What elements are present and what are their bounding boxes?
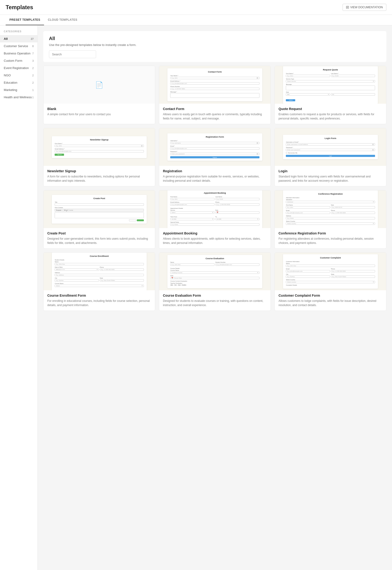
content-title: All: [49, 36, 381, 41]
sidebar-item-business-operation-label: Business Operation: [4, 52, 30, 55]
template-info-login: Login Standard login form for returning …: [275, 166, 386, 186]
sidebar-item-custom-form-label: Custom Form: [4, 59, 22, 62]
template-desc-blank: A simple contact form for your users to …: [47, 112, 151, 117]
template-card-quote-request[interactable]: Request Quote First Name * E.g. John Las…: [275, 66, 386, 124]
template-card-login[interactable]: Login Form Username or Email * Enter use…: [275, 128, 386, 186]
template-info-course-enrollment: Course Enrollment Form For enrolling in …: [43, 290, 155, 311]
sidebar-item-education-count: 2: [32, 81, 34, 84]
sidebar-item-all[interactable]: All 27: [0, 35, 37, 43]
template-desc-registration: A general-purpose registration form suit…: [163, 174, 267, 183]
template-desc-login: Standard login form for returning users …: [279, 174, 382, 183]
template-preview-course-enrollment: Course Enrollment Student Details Name E…: [43, 253, 155, 290]
sidebar-item-marketing-label: Marketing: [4, 88, 17, 92]
template-info-conference-registration: Conference Registration Form For registe…: [275, 228, 386, 248]
page-title: Templates: [6, 4, 33, 11]
template-desc-contact-form: Allows users to easily get in touch with…: [163, 112, 267, 121]
search-input[interactable]: [49, 50, 96, 58]
template-desc-conference-registration: For registering attendees at conferences…: [279, 236, 382, 245]
sidebar-item-ngo[interactable]: NGO 2: [0, 72, 37, 79]
sidebar-item-education-label: Education: [4, 81, 17, 84]
sidebar-item-health-wellness[interactable]: Health and Wellness 1: [0, 94, 37, 101]
template-desc-newsletter: A form for users to subscribe to newslet…: [47, 174, 151, 183]
view-doc-label: VIEW DOCUMENTATION: [350, 6, 383, 9]
doc-icon: [346, 6, 349, 9]
template-desc-quote-request: Enables customers to request a quote for…: [279, 112, 382, 121]
template-info-newsletter: Newsletter Signup A form for users to su…: [43, 166, 155, 186]
sidebar-item-marketing[interactable]: Marketing 1: [0, 86, 37, 94]
template-name-course-enrollment: Course Enrollment Form: [47, 293, 151, 297]
template-preview-conference-registration: Conference Registration Attendant Inform…: [275, 190, 386, 228]
template-preview-customer-complaint: Customer Complaint Customer Information …: [275, 253, 386, 290]
sidebar-item-event-registration-label: Event Registration: [4, 66, 29, 70]
tab-preset-templates[interactable]: PRESET TEMPLATES: [6, 15, 44, 25]
template-card-customer-complaint[interactable]: Customer Complaint Customer Information …: [275, 252, 386, 311]
template-card-contact-form[interactable]: Contact Form Your Name * E.g. John▤ Emai…: [159, 66, 271, 124]
template-preview-appointment-booking: Appointment Booking First Name E.g. John…: [159, 190, 270, 228]
template-desc-create-post: Designed for user-generated content, thi…: [47, 236, 151, 245]
template-info-course-evaluation: Course Evaluation Form Designed for stud…: [159, 290, 270, 311]
sidebar-item-event-registration-count: 2: [32, 67, 34, 70]
sidebar-item-all-count: 27: [31, 37, 34, 40]
template-preview-login: Login Form Username or Email * Enter use…: [275, 128, 386, 166]
template-preview-course-evaluation: Course Evaluation Name E.g. John Doe Stu…: [159, 253, 270, 290]
main-layout: CATEGORIES All 27 Customer Service 8 Bus…: [0, 26, 392, 570]
sidebar: CATEGORIES All 27 Customer Service 8 Bus…: [0, 26, 38, 570]
template-info-quote-request: Quote Request Enables customers to reque…: [275, 104, 386, 124]
sidebar-item-custom-form[interactable]: Custom Form 3: [0, 57, 37, 64]
sidebar-item-business-operation[interactable]: Business Operation 7: [0, 50, 37, 57]
sidebar-item-ngo-count: 2: [32, 74, 34, 77]
sidebar-item-customer-service[interactable]: Customer Service 8: [0, 43, 37, 50]
template-card-course-evaluation[interactable]: Course Evaluation Name E.g. John Doe Stu…: [159, 252, 271, 311]
sidebar-item-ngo-label: NGO: [4, 73, 11, 77]
template-card-appointment-booking[interactable]: Appointment Booking First Name E.g. John…: [159, 190, 271, 248]
template-info-contact-form: Contact Form Allows users to easily get …: [159, 104, 270, 124]
template-card-blank[interactable]: 📄 Blank A simple contact form for your u…: [43, 66, 155, 124]
template-name-login: Login: [279, 169, 382, 173]
sidebar-item-custom-form-count: 3: [32, 59, 34, 62]
content-area: All Use the pre-designed templates below…: [38, 26, 392, 570]
sidebar-item-education[interactable]: Education 2: [0, 79, 37, 86]
template-card-registration[interactable]: Registration Form Username * E.g. userna…: [159, 128, 271, 186]
template-desc-course-enrollment: For enrolling in educational courses, in…: [47, 299, 151, 307]
template-preview-newsletter: Newsletter Signup First Name * E.g. John…: [43, 128, 155, 166]
template-name-conference-registration: Conference Registration Form: [279, 231, 382, 235]
sidebar-item-customer-service-count: 8: [32, 45, 34, 48]
template-info-registration: Registration A general-purpose registrat…: [159, 166, 270, 186]
template-desc-customer-complaint: Allows customers to lodge complaints, wi…: [279, 299, 382, 307]
template-preview-blank: 📄: [43, 66, 155, 104]
template-name-create-post: Create Post: [47, 231, 151, 235]
sidebar-item-marketing-count: 1: [32, 88, 34, 91]
template-name-appointment-booking: Appointment Booking: [163, 231, 267, 235]
template-info-create-post: Create Post Designed for user-generated …: [43, 228, 155, 248]
templates-grid: 📄 Blank A simple contact form for your u…: [43, 66, 386, 311]
template-name-quote-request: Quote Request: [279, 107, 382, 111]
categories-label: CATEGORIES: [0, 30, 37, 35]
template-desc-appointment-booking: Allows clients to book appointments, wit…: [163, 236, 267, 245]
sidebar-item-business-operation-count: 7: [32, 52, 34, 55]
template-card-newsletter[interactable]: Newsletter Signup First Name * E.g. John…: [43, 128, 155, 186]
sidebar-item-event-registration[interactable]: Event Registration 2: [0, 64, 37, 72]
template-card-conference-registration[interactable]: Conference Registration Attendant Inform…: [275, 190, 386, 248]
template-info-appointment-booking: Appointment Booking Allows clients to bo…: [159, 228, 270, 248]
template-name-newsletter: Newsletter Signup: [47, 169, 151, 173]
template-preview-create-post: Create Post Title Post Content Paragraph…: [43, 190, 155, 228]
template-name-blank: Blank: [47, 107, 151, 111]
blank-page-icon: 📄: [95, 81, 103, 89]
sidebar-item-health-wellness-label: Health and Wellness: [4, 95, 32, 99]
template-card-create-post[interactable]: Create Post Title Post Content Paragraph…: [43, 190, 155, 248]
template-desc-course-evaluation: Designed for students to evaluate course…: [163, 299, 267, 307]
template-name-course-evaluation: Course Evaluation Form: [163, 293, 267, 297]
sidebar-item-customer-service-label: Customer Service: [4, 44, 28, 48]
template-card-course-enrollment[interactable]: Course Enrollment Student Details Name E…: [43, 252, 155, 311]
template-preview-quote-request: Request Quote First Name * E.g. John Las…: [275, 66, 386, 104]
content-desc: Use the pre-designed templates below to …: [49, 43, 381, 47]
tab-cloud-templates[interactable]: CLOUD TEMPLATES: [44, 15, 81, 25]
sidebar-item-all-label: All: [4, 37, 8, 41]
template-preview-contact-form: Contact Form Your Name * E.g. John▤ Emai…: [159, 66, 270, 104]
template-name-customer-complaint: Customer Complaint Form: [279, 293, 382, 297]
content-header: All Use the pre-designed templates below…: [43, 31, 386, 62]
template-preview-registration: Registration Form Username * E.g. userna…: [159, 128, 270, 166]
template-info-blank: Blank A simple contact form for your use…: [43, 104, 155, 120]
page-header: Templates VIEW DOCUMENTATION: [0, 0, 392, 15]
view-documentation-button[interactable]: VIEW DOCUMENTATION: [343, 4, 386, 11]
